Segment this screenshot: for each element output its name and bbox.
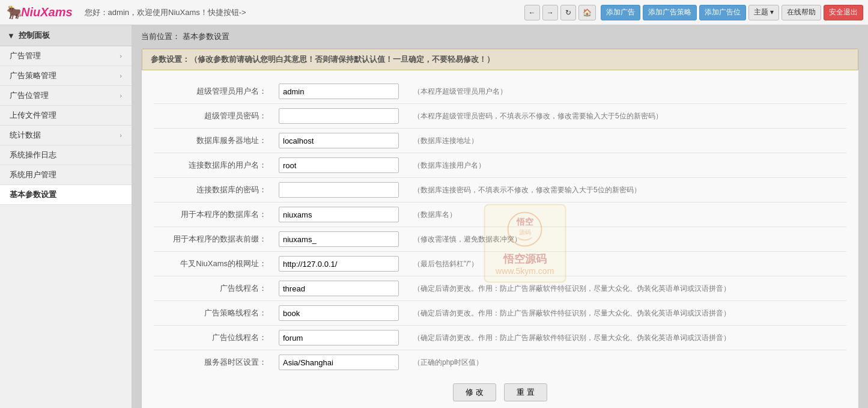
- panel-body-wrapper: 超级管理员用户名： （本程序超级管理员用户名） 超级管理员密码： （本程序超级管…: [142, 70, 858, 408]
- sidebar-item-label-5: 系统操作日志: [10, 150, 56, 160]
- form-input-cell-5: [274, 202, 406, 227]
- header: 🐂 NiuXams 您好：admin，欢迎使用NiuXams！快捷按钮-> ← …: [0, 0, 868, 25]
- sidebar-item-label-6: 系统用户管理: [10, 169, 56, 180]
- forward-button[interactable]: →: [542, 5, 558, 20]
- form-row-1: 超级管理员密码： （本程序超级管理员密码，不填表示不修改，修改需要输入大于5位的…: [154, 104, 846, 129]
- form-label-0: 超级管理员用户名：: [154, 79, 274, 104]
- form-label-3: 连接数据库的用户名：: [154, 153, 274, 178]
- form-input-cell-2: [274, 129, 406, 153]
- breadcrumb-current: 基本参数设置: [183, 32, 229, 41]
- form-table: 超级管理员用户名： （本程序超级管理员用户名） 超级管理员密码： （本程序超级管…: [154, 79, 846, 374]
- sidebar-item-0[interactable]: 广告管理›: [0, 46, 132, 66]
- form-input-position_thread[interactable]: [279, 330, 399, 346]
- sidebar-item-label-1: 广告策略管理: [10, 70, 56, 81]
- form-hint-7: （最后包括斜杠"/"）: [406, 252, 846, 276]
- form-input-db_name[interactable]: [279, 207, 399, 222]
- form-input-strategy_thread[interactable]: [279, 305, 399, 321]
- add-ad-button[interactable]: 添加广告: [601, 5, 640, 20]
- form-label-6: 用于本程序的数据表前缀：: [154, 227, 274, 252]
- form-label-5: 用于本程序的数据库名：: [154, 202, 274, 227]
- form-hint-4: （数据库连接密码，不填表示不修改，修改需要输入大于5位的新密码）: [406, 178, 846, 202]
- form-input-db_host[interactable]: [279, 133, 399, 148]
- form-input-db_prefix[interactable]: [279, 231, 399, 247]
- form-input-admin_password[interactable]: [279, 108, 399, 124]
- form-hint-1: （本程序超级管理员密码，不填表示不修改，修改需要输入大于5位的新密码）: [406, 104, 846, 129]
- logo-text: NiuXams: [21, 5, 73, 19]
- form-input-cell-7: [274, 252, 406, 276]
- sidebar-item-7[interactable]: 基本参数设置: [0, 185, 132, 205]
- form-row-9: 广告策略线程名： （确定后请勿更改。作用：防止广告屏蔽软件特征识别，尽量大众化、…: [154, 301, 846, 326]
- add-position-button[interactable]: 添加广告位: [699, 5, 746, 20]
- logout-button[interactable]: 安全退出: [824, 5, 863, 20]
- form-hint-6: （修改需谨慎，避免数据表冲突）: [406, 227, 846, 252]
- form-input-db_password[interactable]: [279, 182, 399, 198]
- sidebar-collapse-icon: ▼: [7, 31, 15, 40]
- submit-button[interactable]: 修 改: [453, 383, 496, 401]
- help-button[interactable]: 在线帮助: [782, 5, 821, 20]
- back-button[interactable]: ←: [524, 5, 540, 20]
- form-label-10: 广告位线程名：: [154, 326, 274, 350]
- sidebar-item-label-2: 广告位管理: [10, 90, 49, 101]
- sidebar-item-label-4: 统计数据: [10, 130, 41, 141]
- add-strategy-button[interactable]: 添加广告策略: [643, 5, 697, 20]
- form-label-2: 数据库服务器地址：: [154, 129, 274, 153]
- form-row-7: 牛叉NiuXams的根网址： （最后包括斜杠"/"）: [154, 252, 846, 276]
- form-row-8: 广告线程名： （确定后请勿更改。作用：防止广告屏蔽软件特征识别，尽量大众化、伪装…: [154, 276, 846, 301]
- form-row-2: 数据库服务器地址： （数据库连接地址）: [154, 129, 846, 153]
- sidebar-title: 控制面板: [19, 30, 50, 41]
- form-actions: 修 改 重 置: [154, 374, 846, 404]
- breadcrumb-prefix: 当前位置：: [141, 32, 180, 41]
- form-input-db_user[interactable]: [279, 157, 399, 173]
- form-hint-2: （数据库连接地址）: [406, 129, 846, 153]
- sidebar-item-3[interactable]: 上传文件管理: [0, 106, 132, 126]
- form-row-4: 连接数据库的密码： （数据库连接密码，不填表示不修改，修改需要输入大于5位的新密…: [154, 178, 846, 202]
- form-input-site_url[interactable]: [279, 256, 399, 272]
- home-button[interactable]: 🏠: [578, 5, 596, 20]
- reset-button[interactable]: 重 置: [504, 383, 547, 401]
- refresh-button[interactable]: ↻: [560, 5, 576, 20]
- sidebar-item-6[interactable]: 系统用户管理: [0, 165, 132, 185]
- panel-warning: 参数设置：（修改参数前请确认您明白其意思！否则请保持默认认值！一旦确定，不要轻易…: [142, 49, 858, 70]
- form-input-ad_thread[interactable]: [279, 281, 399, 296]
- form-hint-11: （正确的php时区值）: [406, 350, 846, 375]
- theme-button[interactable]: 主题 ▾: [748, 5, 779, 20]
- form-row-5: 用于本程序的数据库名： （数据库名）: [154, 202, 846, 227]
- logo-icon: 🐂: [5, 5, 21, 20]
- form-input-admin_username[interactable]: [279, 84, 399, 99]
- sidebar-item-1[interactable]: 广告策略管理›: [0, 66, 132, 86]
- form-row-6: 用于本程序的数据表前缀： （修改需谨慎，避免数据表冲突）: [154, 227, 846, 252]
- form-label-9: 广告策略线程名：: [154, 301, 274, 326]
- form-input-cell-11: [274, 350, 406, 375]
- form-input-cell-10: [274, 326, 406, 350]
- content: 当前位置： 基本参数设置 参数设置：（修改参数前请确认您明白其意思！否则请保持默…: [132, 25, 868, 408]
- form-row-10: 广告位线程名： （确定后请勿更改。作用：防止广告屏蔽软件特征识别，尽量大众化、伪…: [154, 326, 846, 350]
- sidebar-item-4[interactable]: 统计数据›: [0, 126, 132, 145]
- sidebar-arrow-4: ›: [120, 132, 122, 139]
- sidebar-arrow-0: ›: [120, 52, 122, 59]
- form-hint-3: （数据库连接用户名）: [406, 153, 846, 178]
- sidebar-item-2[interactable]: 广告位管理›: [0, 86, 132, 106]
- sidebar-item-label-0: 广告管理: [10, 50, 41, 61]
- form-label-11: 服务器时区设置：: [154, 350, 274, 375]
- form-input-cell-1: [274, 104, 406, 129]
- form-hint-5: （数据库名）: [406, 202, 846, 227]
- form-input-cell-8: [274, 276, 406, 301]
- form-hint-10: （确定后请勿更改。作用：防止广告屏蔽软件特征识别，尽量大众化、伪装化英语单词或汉…: [406, 326, 846, 350]
- form-input-cell-9: [274, 301, 406, 326]
- form-hint-0: （本程序超级管理员用户名）: [406, 79, 846, 104]
- form-label-1: 超级管理员密码：: [154, 104, 274, 129]
- form-input-cell-4: [274, 178, 406, 202]
- form-hint-9: （确定后请勿更改。作用：防止广告屏蔽软件特征识别，尽量大众化、伪装化英语单词或汉…: [406, 301, 846, 326]
- breadcrumb: 当前位置： 基本参数设置: [141, 31, 859, 42]
- form-input-cell-6: [274, 227, 406, 252]
- sidebar-item-label-3: 上传文件管理: [10, 110, 56, 121]
- sidebar-arrow-2: ›: [120, 92, 122, 99]
- form-input-timezone[interactable]: [279, 355, 399, 370]
- form-row-0: 超级管理员用户名： （本程序超级管理员用户名）: [154, 79, 846, 104]
- sidebar: ▼ 控制面板 广告管理›广告策略管理›广告位管理›上传文件管理统计数据›系统操作…: [0, 25, 132, 408]
- sidebar-item-5[interactable]: 系统操作日志: [0, 145, 132, 165]
- form-label-4: 连接数据库的密码：: [154, 178, 274, 202]
- logo: 🐂 NiuXams: [5, 5, 73, 20]
- main-layout: ▼ 控制面板 广告管理›广告策略管理›广告位管理›上传文件管理统计数据›系统操作…: [0, 25, 868, 408]
- form-row-11: 服务器时区设置： （正确的php时区值）: [154, 350, 846, 375]
